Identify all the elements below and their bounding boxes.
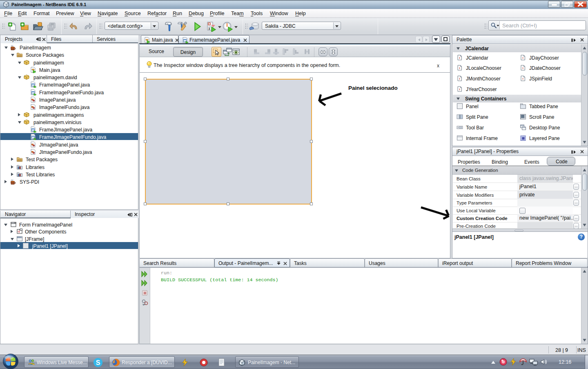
svg-text:3: 3 [208, 27, 210, 31]
svg-text:S: S [96, 359, 100, 366]
